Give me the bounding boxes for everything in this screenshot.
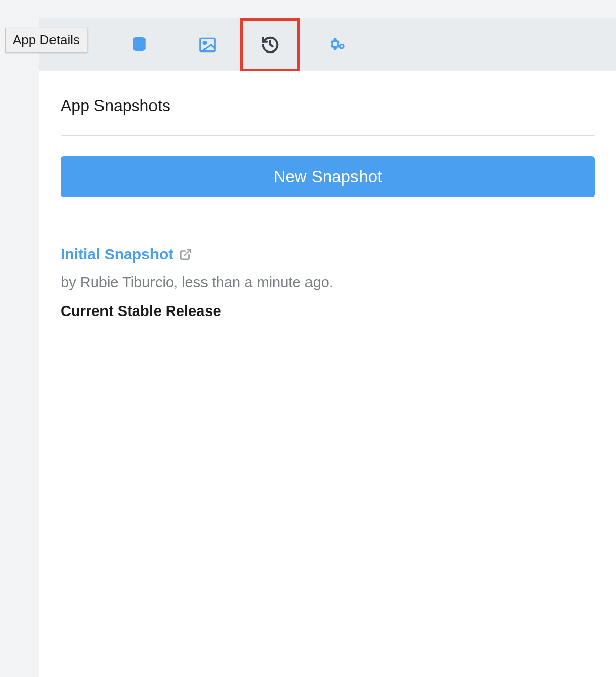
tooltip-text: App Details (13, 32, 80, 47)
content-area: App Snapshots New Snapshot Initial Snaps… (39, 71, 616, 320)
snapshot-entry: Initial Snapshot by Rubie Tiburcio, less… (61, 246, 595, 320)
new-snapshot-button[interactable]: New Snapshot (61, 156, 595, 197)
main-panel: App Snapshots New Snapshot Initial Snaps… (39, 18, 616, 677)
snapshot-link[interactable]: Initial Snapshot (61, 246, 173, 263)
tab-bar (39, 18, 616, 71)
divider (61, 218, 595, 218)
app-details-tooltip: App Details (5, 28, 87, 53)
sidebar-strip (0, 0, 39, 677)
tab-database[interactable] (105, 18, 173, 71)
page-title: App Snapshots (61, 96, 595, 115)
snapshot-status: Current Stable Release (61, 303, 595, 320)
history-icon (261, 35, 280, 55)
tab-settings[interactable] (302, 18, 370, 71)
tab-snapshots[interactable] (240, 18, 300, 71)
svg-point-3 (203, 41, 206, 44)
snapshot-title-row: Initial Snapshot (61, 246, 595, 263)
divider (61, 135, 595, 136)
database-icon (130, 35, 149, 55)
snapshot-meta: by Rubie Tiburcio, less than a minute ag… (61, 274, 595, 291)
image-icon (198, 35, 217, 55)
svg-line-6 (185, 249, 191, 255)
tab-media[interactable] (173, 18, 241, 71)
svg-point-5 (340, 45, 342, 47)
external-link-icon[interactable] (179, 248, 192, 261)
settings-icon (327, 35, 346, 55)
svg-rect-2 (200, 38, 215, 51)
